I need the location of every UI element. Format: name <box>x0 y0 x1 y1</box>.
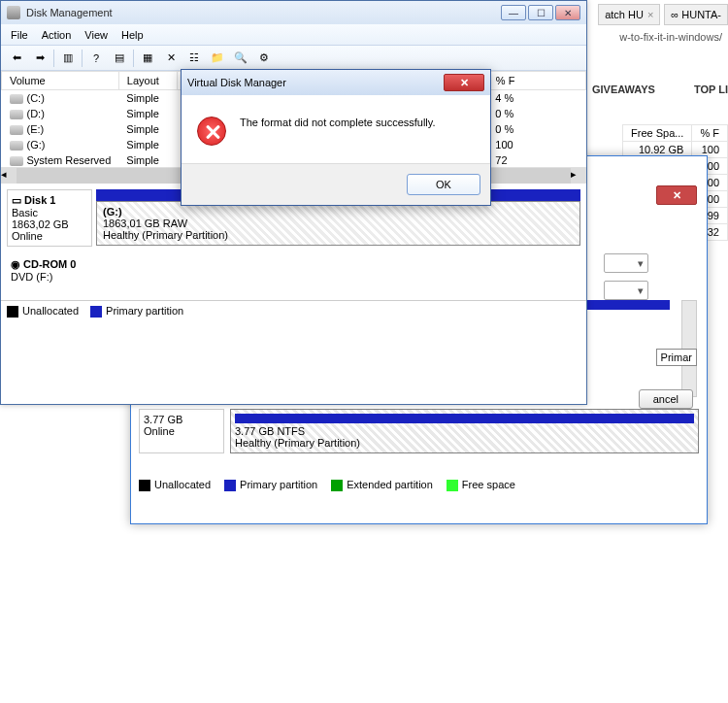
app-icon <box>7 6 20 19</box>
dialog-title: Virtual Disk Manager <box>187 77 444 88</box>
disk-icon: ▭ <box>12 194 21 206</box>
help-icon[interactable]: ? <box>86 49 106 68</box>
close-button[interactable]: ✕ <box>444 74 484 91</box>
browser-tab[interactable]: ∞ HUNTA- <box>664 4 728 25</box>
col-percent-free[interactable]: % F <box>487 72 585 90</box>
titlebar[interactable]: Disk Management — ☐ ✕ <box>1 1 586 24</box>
partition-block[interactable]: 3.77 GB NTFS Healthy (Primary Partition) <box>230 409 699 453</box>
settings-icon[interactable]: ⚙ <box>254 49 274 68</box>
error-icon <box>197 117 226 146</box>
delete-icon[interactable]: ✕ <box>161 49 181 68</box>
url-fragment: w-to-fix-it-in-windows/ <box>613 27 728 47</box>
back-icon[interactable]: ⬅ <box>7 49 26 68</box>
page-nav: GIVEAWAYS TOP LI <box>592 84 728 95</box>
close-button[interactable]: ✕ <box>656 185 697 205</box>
col-layout[interactable]: Layout <box>118 72 177 90</box>
cdrom-info[interactable]: ◉ CD-ROM 0 DVD (F:) <box>7 254 92 286</box>
swatch-unallocated <box>7 306 18 318</box>
folder-icon[interactable]: 📁 <box>208 49 227 68</box>
swatch-primary <box>90 306 102 318</box>
partition-block[interactable]: (G:) 1863,01 GB RAW Healthy (Primary Par… <box>96 201 580 246</box>
close-icon[interactable]: × <box>647 9 653 20</box>
search-icon[interactable]: 🔍 <box>231 49 250 68</box>
menu-view[interactable]: View <box>84 29 108 41</box>
refresh-icon[interactable]: ▦ <box>138 49 157 68</box>
volume-icon <box>10 94 23 104</box>
error-dialog: Virtual Disk Manager ✕ The format did no… <box>181 69 491 206</box>
forward-icon[interactable]: ➡ <box>30 49 50 68</box>
minimize-button[interactable]: — <box>501 5 526 20</box>
dialog-message: The format did not complete successfully… <box>240 117 436 128</box>
cdrom-icon: ◉ <box>11 258 20 270</box>
volume-icon <box>10 141 23 151</box>
maximize-button[interactable]: ☐ <box>528 5 553 20</box>
close-button[interactable]: ✕ <box>555 5 580 20</box>
panel-icon[interactable]: ▥ <box>58 49 78 68</box>
legend: Unallocated Primary partition Extended p… <box>139 475 699 495</box>
dialog-titlebar[interactable]: Virtual Disk Manager ✕ <box>182 70 490 95</box>
disk-info[interactable]: ▭ Disk 1 Basic 1863,02 GB Online <box>7 189 92 247</box>
volume-icon <box>10 110 23 119</box>
browser-tabstrip: atch HU× ∞ HUNTA- <box>598 0 728 29</box>
menu-help[interactable]: Help <box>121 29 144 41</box>
dropdown[interactable]: ▾ <box>604 253 648 273</box>
menu-file[interactable]: File <box>11 29 28 41</box>
ok-button[interactable]: OK <box>407 174 480 195</box>
volume-icon <box>10 156 23 166</box>
toolbar: ⬅ ➡ ▥ ? ▤ ▦ ✕ ☷ 📁 🔍 ⚙ <box>1 46 586 71</box>
menubar: File Action View Help <box>1 24 586 46</box>
col-volume[interactable]: Volume <box>2 72 119 90</box>
nav-link[interactable]: TOP LI <box>694 84 728 95</box>
legend: Unallocated Primary partition <box>1 300 586 321</box>
volume-icon <box>10 125 23 135</box>
list-icon[interactable]: ▤ <box>110 49 129 68</box>
window-title: Disk Management <box>26 7 495 18</box>
nav-link[interactable]: GIVEAWAYS <box>592 84 655 95</box>
primary-label: Primar <box>656 349 697 366</box>
dropdown[interactable]: ▾ <box>604 281 648 300</box>
properties-icon[interactable]: ☷ <box>184 49 204 68</box>
disk-info: 3.77 GB Online <box>139 409 224 453</box>
cancel-button[interactable]: ancel <box>639 389 693 409</box>
browser-tab[interactable]: atch HU× <box>598 4 660 25</box>
menu-action[interactable]: Action <box>42 29 72 41</box>
